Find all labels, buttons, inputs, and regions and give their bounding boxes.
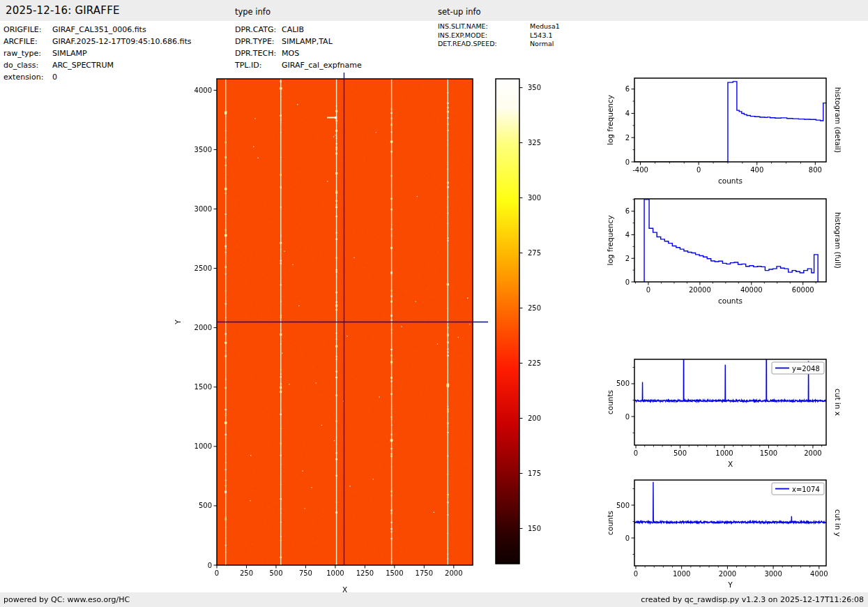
hist_full-curve [644,200,818,282]
cut_y-x-axis-label: Y [727,580,733,589]
main-y-tick-label: 2500 [195,264,212,272]
file-info-row: extension:0 [3,71,192,83]
hist_full-right-axis-label: histogram (full) [834,212,842,269]
type-info-label: DPR.TECH: [235,47,282,59]
cut_x-x-tick-label: 2000 [804,449,821,457]
cut_x-x-tick-label: 0 [634,449,638,457]
main-x-tick-label: 2000 [445,569,462,577]
main-x-tick-label: 0 [215,569,219,577]
cut_y-x-tick-label: 1000 [673,570,690,578]
cut_x-curve [634,312,826,402]
footer-bar: powered by QC: www.eso.org/HC created by… [0,592,868,607]
cut_y-y-tick-label: 500 [616,502,630,509]
hist_detail-x-tick-label: 0 [696,166,701,174]
cut_y-x-tick-label: 0 [634,570,638,578]
type-info-value: GIRAF_cal_expfname [282,59,362,71]
colorbar-tick-label: 350 [528,84,541,91]
file-info-row: ORIGFILE:GIRAF_CAL351_0006.fits [3,24,192,36]
type-info-label: TPL.ID: [235,59,282,71]
file-info-value: GIRAF_CAL351_0006.fits [52,24,146,36]
colorbar-tick-label: 175 [528,470,541,477]
type-info-list: DPR.CATG:CALIBDPR.TYPE:SIMLAMP,TALDPR.TE… [235,24,362,71]
hist_full-x-tick-label: 40000 [740,286,763,294]
main-x-tick-label: 500 [269,569,282,577]
hist_detail-right-axis-label: histogram (detail) [834,87,842,153]
qc-report-page: 2025-12-16: GIRAFFE type info set-up inf… [0,0,868,607]
cut_x-x-tick-label: 500 [673,449,687,457]
main-y-tick-label: 0 [208,562,212,569]
cut_x-legend-box [772,362,824,374]
file-info-value: ARC_SPECTRUM [52,59,114,71]
setup-info-label: INS.SLIT.NAME: [438,22,530,31]
cut_y-legend-box [772,483,824,495]
file-info-value: SIMLAMP [52,47,87,59]
type-info-heading: type info [235,7,271,17]
type-info-label: DPR.TYPE: [235,36,282,47]
setup-info-heading: set-up info [438,7,481,17]
cut_x-y-tick-label: 0 [625,413,630,421]
cut_y-x-tick-label: 3000 [764,570,782,578]
file-info-label: ARCFILE: [3,36,52,47]
hist_full-x-tick-label: 20000 [689,286,711,294]
raw-image-canvas [217,79,473,565]
cut_x-frame [634,359,826,445]
main-x-tick-label: 1000 [326,569,344,577]
cut_x-legend-label: y=2048 [792,365,820,373]
hist_full-y-tick-label: 2 [625,255,630,262]
file-info-list: ORIGFILE:GIRAF_CAL351_0006.fitsARCFILE:G… [3,24,192,83]
setup-info-row: INS.SLIT.NAME:Medusa1 [438,22,560,31]
hist_detail-curve [634,82,826,162]
setup-info-value: Medusa1 [530,22,560,31]
hist_full-y-axis-label: log frequency [606,215,614,265]
colorbar-tick-label: 150 [528,525,541,532]
file-info-row: raw_type:SIMLAMP [3,47,192,59]
hist_full-x-axis-label: counts [718,297,743,305]
file-info-value: GIRAF.2025-12-17T09:45:10.686.fits [52,36,192,47]
hist_detail-y-tick-label: 2 [625,134,630,142]
hist_detail-x-tick-label: -400 [632,166,648,174]
file-info-row: do_class:ARC_SPECTRUM [3,59,192,71]
file-info-label: ORIGFILE: [3,24,52,36]
file-info-value: 0 [52,71,57,83]
file-info-label: extension: [3,71,52,83]
main-x-tick-label: 250 [240,569,253,577]
hist_detail-x-tick-label: 800 [809,166,822,174]
hist_detail-frame [634,78,826,162]
main-y-tick-label: 4000 [195,87,212,94]
main-y-tick-label: 1000 [195,442,212,450]
file-info-label: do_class: [3,59,52,71]
hist_full-y-tick-label: 0 [625,278,630,286]
cut_x-y-axis-label: counts [606,390,614,414]
cut_y-curve [634,482,826,523]
type-info-row: DPR.TYPE:SIMLAMP,TAL [235,36,362,47]
colorbar-tick-label: 325 [528,139,541,147]
hist_detail-x-tick-label: 400 [750,166,763,174]
cut_x-y-tick-label: 500 [616,380,630,387]
type-info-value: MOS [282,47,299,59]
main-y-tick-label: 3500 [195,146,212,153]
main-x-tick-label: 1500 [386,569,403,577]
setup-info-row: DET.READ.SPEED:Normal [438,40,560,49]
setup-info-row: INS.EXP.MODE:L543.1 [438,31,560,40]
cut_x-right-axis-label: cut in x [834,389,842,416]
footer-right-text: created by qc_rawdisp.py v1.2.3 on 2025-… [641,595,864,604]
main-y-tick-label: 1500 [195,383,212,391]
hist_detail-y-tick-label: 6 [625,85,630,93]
setup-info-label: INS.EXP.MODE: [438,31,530,40]
type-info-row: TPL.ID:GIRAF_cal_expfname [235,59,362,71]
cut_y-right-axis-label: cut in y [834,509,842,537]
type-info-label: DPR.CATG: [235,24,282,36]
cut_y-frame [634,480,826,566]
type-info-row: DPR.CATG:CALIB [235,24,362,36]
cut_y-x-tick-label: 2000 [719,570,736,578]
file-info-row: ARCFILE:GIRAF.2025-12-17T09:45:10.686.fi… [3,36,192,47]
header-bar [0,0,868,21]
cut_x-x-axis-label: X [728,460,733,468]
setup-info-list: INS.SLIT.NAME:Medusa1INS.EXP.MODE:L543.1… [438,22,560,49]
cut_x-x-tick-label: 1500 [760,449,777,457]
setup-info-value: L543.1 [530,31,553,40]
main-x-tick-label: 1750 [416,569,433,577]
footer-left-text: powered by QC: www.eso.org/HC [3,595,130,604]
colorbar-tick-label: 250 [528,304,541,312]
file-info-label: raw_type: [3,47,52,59]
